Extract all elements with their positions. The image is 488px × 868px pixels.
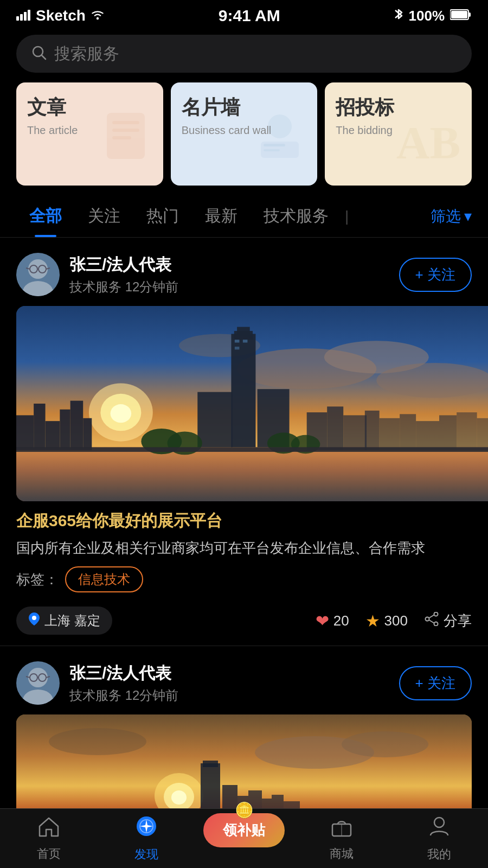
svg-rect-1 [20, 14, 23, 21]
svg-rect-16 [264, 144, 285, 146]
nav-subsidy[interactable]: 🪙 领补贴 [195, 809, 293, 868]
svg-point-29 [111, 404, 132, 423]
nav-shop[interactable]: 商城 [293, 809, 390, 868]
status-left: Sketch [16, 7, 105, 24]
svg-rect-57 [457, 412, 477, 450]
share-icon-1 [424, 612, 439, 630]
like-count-1: 20 [333, 612, 349, 629]
tag-item-1[interactable]: 信息技术 [65, 566, 143, 592]
post-title-1: 企服365给你最好的展示平台 [16, 510, 472, 532]
nav-mine[interactable]: 我的 [390, 809, 488, 868]
svg-rect-7 [451, 11, 467, 18]
bottom-nav: 首页 发现 🪙 领补贴 商城 [0, 808, 488, 868]
tab-hot[interactable]: 热门 [133, 195, 192, 237]
tab-follow[interactable]: 关注 [75, 195, 133, 237]
svg-rect-17 [264, 149, 280, 151]
svg-rect-13 [112, 136, 131, 139]
star-icon-1: ★ [365, 611, 380, 630]
signal-icon [16, 7, 31, 24]
svg-point-14 [268, 114, 292, 138]
post-desc-1: 国内所有企业及相关行业商家均可在平台发布企业信息、合作需求 [16, 538, 472, 559]
star-action-1[interactable]: ★ 300 [365, 611, 408, 630]
nav-home[interactable]: 首页 [0, 809, 98, 868]
svg-rect-36 [34, 404, 45, 450]
svg-point-82 [342, 731, 428, 757]
svg-rect-34 [16, 447, 488, 501]
svg-rect-40 [83, 418, 92, 450]
post-user-info-2: 张三/法人代表 技术服务 12分钟前 [69, 662, 389, 704]
category-card-article[interactable]: 文章 The article [16, 82, 163, 186]
svg-rect-47 [197, 392, 232, 448]
bidding-icon: AB [394, 112, 464, 178]
post-user-info-1: 张三/法人代表 技术服务 12分钟前 [69, 254, 389, 296]
svg-text:AB: AB [396, 117, 460, 167]
nav-discover-label: 发现 [134, 846, 158, 863]
search-icon [31, 45, 47, 62]
share-label-1: 分享 [444, 611, 472, 630]
tab-tech[interactable]: 技术服务 [251, 195, 342, 237]
avatar-1 [16, 253, 60, 296]
svg-point-65 [434, 612, 438, 616]
avatar-2 [16, 661, 60, 705]
post-user-name-1: 张三/法人代表 [69, 254, 389, 276]
svg-rect-41 [231, 334, 255, 447]
svg-rect-43 [237, 327, 250, 334]
business-icon [250, 105, 310, 178]
nav-shop-label: 商城 [330, 846, 354, 862]
category-cards: 文章 The article 名片墙 Business card wall [0, 82, 488, 195]
location-icon [28, 612, 40, 629]
svg-rect-46 [235, 347, 240, 349]
post-card-1: 张三/法人代表 技术服务 12分钟前 + 关注 [0, 243, 488, 646]
category-card-bidding[interactable]: 招投标 The bidding AB [325, 82, 472, 186]
filter-button[interactable]: 筛选 ▾ [431, 196, 472, 237]
battery-percent: 100% [409, 8, 445, 24]
svg-line-69 [429, 620, 434, 623]
svg-point-33 [376, 363, 488, 398]
svg-line-9 [42, 55, 46, 59]
svg-rect-54 [400, 414, 416, 450]
status-right: 100% [394, 7, 472, 25]
article-icon [96, 105, 156, 178]
search-bar[interactable] [16, 35, 472, 73]
nav-discover[interactable]: 发现 [98, 809, 195, 868]
svg-rect-37 [46, 421, 60, 450]
svg-point-4 [97, 17, 99, 20]
svg-rect-38 [60, 410, 70, 450]
svg-rect-51 [343, 415, 367, 450]
category-card-business[interactable]: 名片墙 Business card wall [171, 82, 318, 186]
svg-point-67 [426, 617, 429, 621]
nav-mine-label: 我的 [427, 846, 451, 863]
svg-rect-58 [477, 418, 488, 450]
carrier-label: Sketch [36, 7, 86, 24]
svg-rect-53 [380, 418, 400, 450]
svg-rect-11 [112, 121, 139, 124]
share-action-1[interactable]: 分享 [424, 611, 472, 630]
post-footer-1: 上海 嘉定 ❤ 20 ★ 300 [0, 607, 488, 635]
post-meta-2: 技术服务 12分钟前 [69, 687, 389, 704]
location-text-1: 上海 嘉定 [44, 612, 100, 629]
post-meta-1: 技术服务 12分钟前 [69, 278, 389, 296]
like-action-1[interactable]: ❤ 20 [316, 611, 349, 630]
svg-point-83 [49, 728, 146, 755]
follow-button-2[interactable]: + 关注 [399, 666, 472, 700]
home-icon [37, 815, 60, 843]
post-content-1: 企服365给你最好的展示平台 国内所有企业及相关行业商家均可在平台发布企业信息、… [0, 501, 488, 607]
post-header-1: 张三/法人代表 技术服务 12分钟前 + 关注 [0, 243, 488, 306]
post-image-1 [16, 306, 488, 501]
svg-rect-39 [70, 401, 84, 450]
status-bar: Sketch 9:41 AM 100% [0, 0, 488, 29]
location-tag-1[interactable]: 上海 嘉定 [16, 607, 112, 635]
tab-all[interactable]: 全部 [16, 195, 75, 237]
subsidy-label: 领补贴 [223, 822, 265, 838]
search-input[interactable] [54, 44, 457, 63]
battery-icon [450, 7, 472, 24]
chevron-down-icon: ▾ [464, 207, 472, 225]
svg-rect-56 [439, 415, 457, 450]
svg-rect-52 [365, 411, 380, 450]
tab-latest[interactable]: 最新 [192, 195, 251, 237]
bluetooth-icon [394, 7, 403, 25]
svg-point-96 [434, 818, 444, 827]
time-display: 9:41 AM [219, 7, 280, 25]
subsidy-button[interactable]: 🪙 领补贴 [203, 813, 285, 847]
follow-button-1[interactable]: + 关注 [399, 258, 472, 292]
